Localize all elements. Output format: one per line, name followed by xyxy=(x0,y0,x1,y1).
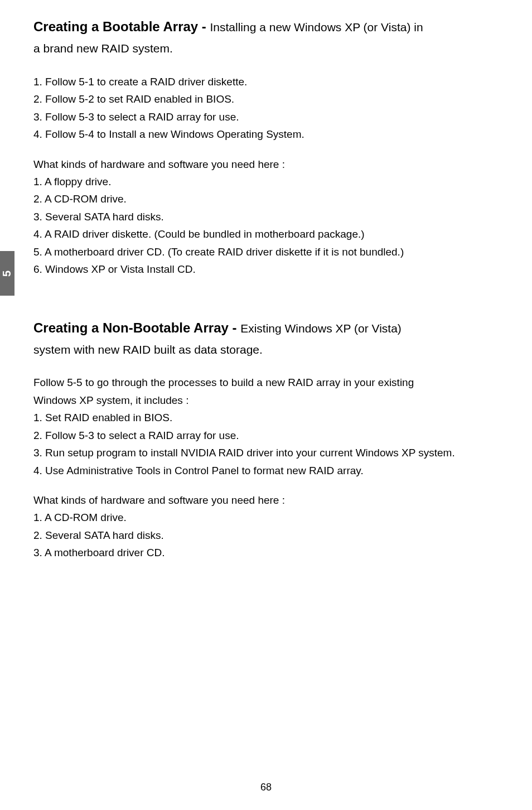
list-item: 2. Follow 5-2 to set RAID enabled in BIO… xyxy=(33,91,504,107)
list-item: 3. A motherboard driver CD. xyxy=(33,544,504,561)
list-item: 3. Several SATA hard disks. xyxy=(33,209,504,225)
section1-subline: a brand new RAID system. xyxy=(33,38,504,59)
side-tab: 5 xyxy=(0,251,14,296)
list-item: 4. Follow 5-4 to Install a new Windows O… xyxy=(33,126,504,142)
section2-steps: 1. Set RAID enabled in BIOS. 2. Follow 5… xyxy=(33,409,504,479)
page-number: 68 xyxy=(0,782,532,793)
section1-needs: 1. A floppy drive. 2. A CD-ROM drive. 3.… xyxy=(33,173,504,278)
section1-steps: 1. Follow 5-1 to create a RAID driver di… xyxy=(33,74,504,143)
list-item: 1. Follow 5-1 to create a RAID driver di… xyxy=(33,74,504,90)
list-item: 1. A CD-ROM drive. xyxy=(33,509,504,525)
section2-intro1: Follow 5-5 to go through the processes t… xyxy=(33,374,504,390)
list-item: 2. Follow 5-3 to select a RAID array for… xyxy=(33,427,504,443)
list-item: 1. A floppy drive. xyxy=(33,173,504,190)
section1-heading-rest: Installing a new Windows XP (or Vista) i… xyxy=(210,21,423,33)
list-item: 6. Windows XP or Vista Install CD. xyxy=(33,261,504,277)
list-item: 3. Run setup program to install NVIDIA R… xyxy=(33,445,504,461)
section2-heading-rest: Existing Windows XP (or Vista) xyxy=(240,322,402,335)
section1-heading: Creating a Bootable Array - Installing a… xyxy=(33,17,504,37)
list-item: 5. A motherboard driver CD. (To create R… xyxy=(33,244,504,260)
side-tab-label: 5 xyxy=(1,270,14,276)
list-item: 1. Set RAID enabled in BIOS. xyxy=(33,409,504,426)
list-item: 3. Follow 5-3 to select a RAID array for… xyxy=(33,109,504,125)
section2-heading-bold: Creating a Non-Bootable Array - xyxy=(33,320,240,335)
list-item: 2. A CD-ROM drive. xyxy=(33,191,504,207)
page-content: Creating a Bootable Array - Installing a… xyxy=(33,17,504,561)
section2-subline: system with new RAID built as data stora… xyxy=(33,339,504,360)
section2-needs: 1. A CD-ROM drive. 2. Several SATA hard … xyxy=(33,509,504,561)
section1-needs-intro: What kinds of hardware and software you … xyxy=(33,156,504,172)
section2-intro2: Windows XP system, it includes : xyxy=(33,392,504,408)
list-item: 4. Use Administrative Tools in Control P… xyxy=(33,462,504,479)
list-item: 2. Several SATA hard disks. xyxy=(33,527,504,543)
list-item: 4. A RAID driver diskette. (Could be bun… xyxy=(33,226,504,242)
section2-heading: Creating a Non-Bootable Array - Existing… xyxy=(33,318,504,338)
section2-needs-intro: What kinds of hardware and software you … xyxy=(33,492,504,508)
section1-heading-bold: Creating a Bootable Array - xyxy=(33,19,210,34)
